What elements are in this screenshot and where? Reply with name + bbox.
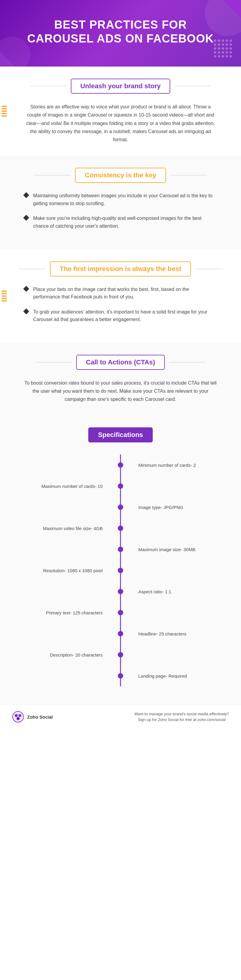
list-item: Place your bets on the image card that w… [24,285,217,301]
corner-decoration-bottom [0,51,15,67]
bullet-diamond-icon [23,215,29,221]
bullet-text-3: Place your bets on the image card that w… [33,285,217,301]
timeline-row: Maximum video file size- 4GB [12,518,229,539]
timeline-node [118,631,123,636]
section-consistency: Consistency is the key Maintaining unifo… [0,156,241,249]
svg-point-1 [15,714,18,717]
heading-line-left [30,86,66,86]
timeline-node [118,568,123,573]
section-first-impression: The first impression is always the best … [0,249,241,343]
list-item: Maintaining uniformity between images yo… [24,192,217,207]
spec-item-text: Maximum video file size- 4GB [12,522,107,535]
heading-line-right [175,86,211,86]
heading-line-right-4 [169,362,206,363]
timeline-node [118,610,123,615]
timeline-node [118,462,123,468]
section-heading-cta: Call to Actions (CTAs) [76,355,165,370]
spec-item-text: Aspect ratio- 1:1 [134,585,229,598]
spec-item-text: Headline- 25 characters [134,628,229,640]
timeline-node [118,525,123,531]
page-title: BEST PRACTICES FOR CAROUSEL ADS ON FACEB… [24,18,217,46]
list-item: To grab your audiences' attention, it's … [24,308,217,323]
bullet-diamond-icon [23,286,29,292]
footer-cta-sub: Sign up for Zoho Social for free at zoho… [134,717,229,723]
timeline-node [118,504,123,510]
spec-item-text: Minimum number of cards- 2 [134,459,229,471]
timeline-row: Headline- 25 characters [12,623,229,644]
section-heading-brand-story: Unleash your brand story [71,79,171,94]
spec-item-text: Maximum number of cards- 10 [12,480,107,492]
timeline-row: Maximum image size- 30MB [12,539,229,560]
spec-item-text: Image type- JPG/PNG [134,501,229,514]
bullet-text-1: Maintaining uniformity between images yo… [33,192,217,207]
heading-line-left-4 [35,362,72,363]
bullet-diamond-icon [23,309,29,314]
svg-point-3 [17,717,19,720]
heading-line-right-2 [171,175,207,176]
section-heading-specs: Specifications [88,427,152,442]
timeline-row: Resolution- 1080 x 1080 pixel [12,560,229,581]
header-section: BEST PRACTICES FOR CAROUSEL ADS ON FACEB… [0,0,241,67]
svg-point-0 [13,711,24,722]
impression-bullet-list: Place your bets on the image card that w… [18,285,223,323]
footer-cta: Want to manage your brand's social media… [134,711,229,723]
bullet-text-4: To grab your audiences' attention, it's … [33,308,217,323]
spec-item-text: Resolution- 1080 x 1080 pixel [12,565,107,577]
section-brand-story: Unleash your brand story Stories are an … [0,67,241,156]
section-heading-wrap-4: Call to Actions (CTAs) [18,355,223,370]
footer-section: Zoho Social Want to manage your brand's … [0,705,241,729]
spec-item-text: Maximum image size- 30MB [134,543,229,556]
heading-line-left-2 [34,175,70,176]
timeline-row: Maximum number of cards- 10 [12,476,229,496]
section-heading-wrap-specs: Specifications [12,427,229,442]
cta-body: To boost conversion rates bound to your … [24,379,217,404]
heading-line-left-3 [18,269,45,269]
svg-point-2 [18,714,21,717]
consistency-bullet-list: Maintaining uniformity between images yo… [18,192,223,230]
timeline-node [118,589,123,594]
heading-line-right-3 [196,269,223,269]
timeline-row: Primary text- 125 characters [12,602,229,623]
specs-section: Specifications Minimum number of cards- … [0,415,241,705]
zoho-social-logo-icon [12,711,24,723]
section-heading-impression: The first impression is always the best [50,261,191,277]
left-stripe-decoration [0,106,8,116]
brand-story-body: Stories are an effective way to voice wh… [24,103,217,144]
spec-item-text: Primary text- 125 characters [12,606,107,619]
timeline-row: Aspect ratio- 1:1 [12,581,229,602]
section-heading-wrap-2: Consistency is the key [18,168,223,183]
section-heading-wrap: Unleash your brand story [18,79,223,94]
timeline-row: Minimum number of cards- 2 [12,455,229,476]
timeline-row: Description- 20 characters [12,644,229,665]
list-item: Make sure you're including high-quality … [24,215,217,230]
timeline-node [118,652,123,657]
timeline-node [118,484,123,489]
bullet-text-2: Make sure you're including high-quality … [33,215,217,230]
timeline-row: Landing page- Required [12,665,229,686]
section-heading-wrap-3: The first impression is always the best [18,261,223,277]
left-stripe-decoration-2 [0,291,8,301]
timeline-node [118,673,123,679]
footer-logo-text: Zoho Social [27,714,53,719]
spec-item-text: Landing page- Required [134,670,229,682]
bullet-diamond-icon [23,192,29,198]
specifications-timeline: Minimum number of cards- 2 Maximum numbe… [12,455,229,686]
timeline-row: Image type- JPG/PNG [12,496,229,518]
corner-decoration-top [223,0,241,18]
section-cta: Call to Actions (CTAs) To boost conversi… [0,343,241,415]
footer-logo: Zoho Social [12,711,53,723]
footer-cta-text: Want to manage your brand's social media… [134,711,229,717]
section-heading-consistency: Consistency is the key [75,168,166,183]
timeline-node [118,547,123,552]
spec-item-text: Description- 20 characters [12,649,107,661]
